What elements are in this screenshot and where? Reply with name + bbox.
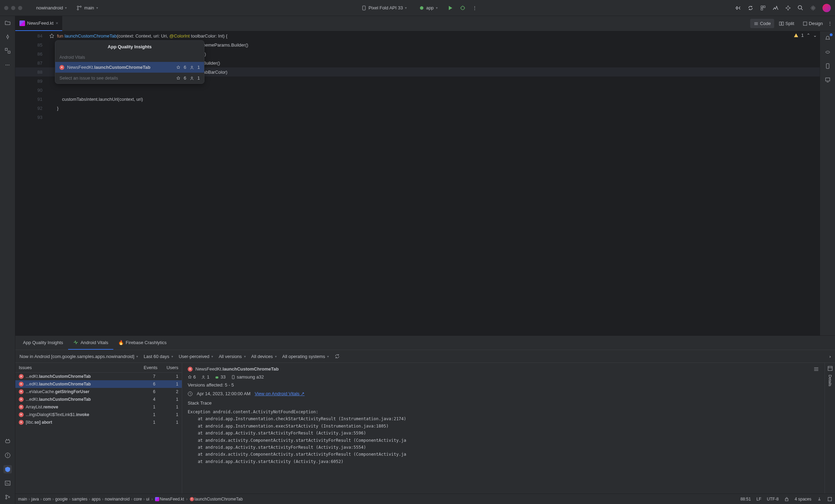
table-row[interactable]: ✕ ...edKt.launchCustomChromeTab 6 1 bbox=[15, 380, 182, 388]
code-with-me-icon[interactable] bbox=[735, 5, 741, 11]
chevron-down-icon: ▾ bbox=[65, 6, 67, 10]
minimize-window[interactable] bbox=[11, 6, 15, 10]
ai-icon[interactable] bbox=[785, 5, 791, 11]
detail-menu-icon[interactable] bbox=[813, 366, 819, 372]
th-issues: Issues bbox=[19, 365, 137, 370]
breadcrumb-item[interactable]: com bbox=[43, 497, 51, 502]
editor-menu-icon[interactable]: ⋮ bbox=[828, 21, 832, 26]
problems-tool-icon[interactable] bbox=[3, 451, 12, 460]
chevron-right-icon[interactable]: › bbox=[829, 354, 831, 359]
close-window[interactable] bbox=[4, 6, 8, 10]
table-row[interactable]: ✕ ...edKt.launchCustomChromeTab 4 1 bbox=[15, 396, 182, 403]
maximize-window[interactable] bbox=[18, 6, 22, 10]
structure-tool-icon[interactable] bbox=[3, 47, 12, 55]
view-mode-design[interactable]: Design bbox=[799, 19, 826, 28]
code-editor[interactable]: 1 ⌃ ⌄ 84 fun launchCustomChromeTab(conte… bbox=[15, 31, 820, 335]
filter-time[interactable]: Last 60 days▾ bbox=[144, 354, 173, 359]
phone-icon bbox=[231, 375, 235, 379]
avatar[interactable] bbox=[822, 4, 831, 12]
status-menu-icon[interactable] bbox=[827, 497, 832, 502]
readonly-icon[interactable] bbox=[784, 497, 789, 502]
gutter-vitals-icon[interactable] bbox=[47, 33, 57, 38]
view-mode-code[interactable]: Code bbox=[750, 19, 774, 28]
table-row[interactable]: ✕ ArrayList.remove 1 1 bbox=[15, 403, 182, 411]
view-mode-split[interactable]: Split bbox=[776, 19, 797, 28]
breadcrumb-item[interactable]: google bbox=[55, 497, 68, 502]
breadcrumb-item[interactable]: samples bbox=[72, 497, 88, 502]
popup-title: App Quality Insights bbox=[55, 41, 204, 53]
file-encoding[interactable]: UTF-8 bbox=[767, 497, 779, 502]
svg-rect-13 bbox=[8, 51, 10, 53]
sync-icon[interactable] bbox=[747, 5, 754, 11]
branch-selector[interactable]: main ▾ bbox=[74, 4, 100, 12]
breadcrumb-item[interactable]: apps bbox=[91, 497, 100, 502]
terminal-tool-icon[interactable] bbox=[3, 479, 12, 487]
filter-os[interactable]: All operating systems▾ bbox=[282, 354, 329, 359]
device-manager-icon[interactable] bbox=[824, 76, 832, 84]
view-mode-label: Code bbox=[760, 21, 771, 26]
breadcrumb-item[interactable]: java bbox=[31, 497, 39, 502]
breadcrumb-item[interactable]: ui bbox=[146, 497, 149, 502]
popup-issue-row[interactable]: ✕ NewsFeedKt.launchCustomChromeTab 6 1 bbox=[55, 62, 204, 73]
breadcrumb-function[interactable]: launchCustomChromeTab bbox=[195, 497, 243, 502]
more-actions-button[interactable]: ⋮ bbox=[472, 4, 477, 12]
line-number: 93 bbox=[15, 115, 47, 120]
debug-button[interactable] bbox=[460, 4, 465, 12]
svg-point-25 bbox=[191, 66, 193, 67]
refresh-button[interactable] bbox=[334, 353, 340, 359]
breadcrumb-item[interactable]: core bbox=[134, 497, 142, 502]
pin-icon[interactable] bbox=[817, 497, 822, 502]
gradle-tool-icon[interactable] bbox=[824, 48, 832, 56]
profiler-icon[interactable] bbox=[772, 5, 779, 11]
popup-hint-row[interactable]: Select an issue to see details 6 1 bbox=[55, 73, 204, 83]
next-highlight-icon[interactable]: ⌄ bbox=[813, 33, 817, 38]
more-tool-icon[interactable]: ⋯ bbox=[3, 60, 12, 69]
project-tool-icon[interactable] bbox=[3, 19, 12, 27]
device-selector[interactable]: Pixel Fold API 33 ▾ bbox=[359, 4, 410, 12]
table-row[interactable]: ✕ ...eValueCache.getStringForUser 6 2 bbox=[15, 388, 182, 396]
details-side-label[interactable]: Details bbox=[828, 375, 832, 387]
view-on-vitals-link[interactable]: View on Android Vitals ↗ bbox=[255, 391, 305, 396]
tab-android-vitals[interactable]: Android Vitals bbox=[68, 336, 113, 350]
prev-highlight-icon[interactable]: ⌃ bbox=[806, 33, 810, 38]
filter-bar: Now in Android [com.google.samples.apps.… bbox=[15, 350, 835, 363]
breadcrumb-item[interactable]: main bbox=[18, 497, 27, 502]
filter-versions[interactable]: All versions▾ bbox=[219, 354, 245, 359]
run-config-selector[interactable]: app ▾ bbox=[416, 4, 440, 12]
issue-events: 1 bbox=[135, 412, 155, 417]
tab-app-quality-insights[interactable]: App Quality Insights bbox=[18, 336, 68, 350]
svg-point-5 bbox=[461, 6, 464, 10]
stack-trace[interactable]: Exception android.content.ActivityNotFou… bbox=[188, 408, 819, 465]
close-tab-icon[interactable]: × bbox=[56, 21, 58, 26]
line-number: 91 bbox=[15, 97, 47, 102]
editor-tabs: NewsFeed.kt × Code Split Design bbox=[15, 16, 835, 31]
indent-setting[interactable]: 4 spaces bbox=[795, 497, 811, 502]
logcat-tool-icon[interactable] bbox=[3, 437, 12, 446]
build-icon[interactable] bbox=[760, 5, 766, 11]
project-selector[interactable]: nowinandroid ▾ bbox=[33, 4, 70, 12]
breadcrumb-file[interactable]: NewsFeed.kt bbox=[160, 497, 184, 502]
commit-tool-icon[interactable] bbox=[3, 33, 12, 41]
inspection-widget[interactable]: 1 ⌃ ⌄ bbox=[794, 33, 817, 38]
cursor-position[interactable]: 88:51 bbox=[740, 497, 751, 502]
line-ending[interactable]: LF bbox=[756, 497, 761, 502]
filter-perception[interactable]: User-perceived▾ bbox=[179, 354, 213, 359]
filter-devices[interactable]: All devices▾ bbox=[251, 354, 277, 359]
app-quality-tool-icon[interactable] bbox=[3, 465, 12, 473]
vcs-tool-icon[interactable] bbox=[3, 493, 12, 501]
branch-icon bbox=[76, 5, 82, 11]
table-row[interactable]: ✕ [libc.so] abort 1 1 bbox=[15, 418, 182, 426]
file-tab-newsfeed[interactable]: NewsFeed.kt × bbox=[15, 16, 62, 31]
filter-app[interactable]: Now in Android [com.google.samples.apps.… bbox=[19, 354, 138, 359]
function-icon: f bbox=[190, 497, 194, 501]
search-icon[interactable] bbox=[797, 5, 804, 11]
emulator-tool-icon[interactable] bbox=[824, 62, 832, 70]
tab-firebase-crashlytics[interactable]: 🔥 Firebase Crashlytics bbox=[113, 336, 172, 350]
breadcrumb-item[interactable]: nowinandroid bbox=[105, 497, 129, 502]
notifications-icon[interactable] bbox=[824, 34, 832, 42]
layout-icon[interactable] bbox=[827, 366, 833, 371]
run-button[interactable] bbox=[447, 4, 453, 12]
settings-icon[interactable] bbox=[810, 5, 816, 11]
table-row[interactable]: ✕ ...edKt.launchCustomChromeTab 7 1 bbox=[15, 373, 182, 380]
table-row[interactable]: ✕ ...ingsDialogKt$TextLink$1.invoke 1 1 bbox=[15, 411, 182, 418]
